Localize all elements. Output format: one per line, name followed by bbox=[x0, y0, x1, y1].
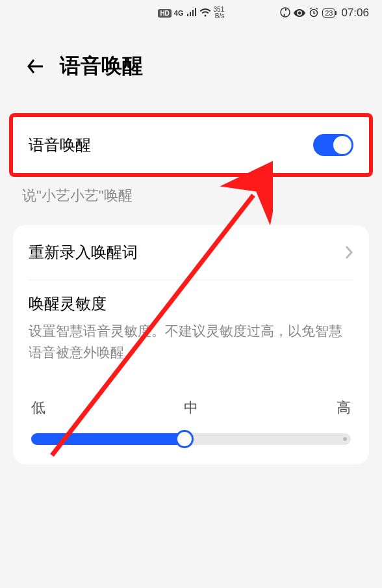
network-4g-icon: 4G bbox=[174, 9, 184, 17]
voice-wake-label: 语音唤醒 bbox=[29, 135, 91, 155]
re-record-label: 重新录入唤醒词 bbox=[29, 242, 138, 263]
alarm-icon bbox=[309, 7, 319, 20]
chevron-right-icon bbox=[344, 245, 353, 260]
slider-tick-high bbox=[343, 437, 347, 441]
sensitivity-title: 唤醒灵敏度 bbox=[29, 293, 353, 314]
battery-icon: 23 bbox=[322, 8, 335, 18]
slider-labels-row: 低 中 高 bbox=[13, 382, 369, 427]
wake-phrase-hint: 说"小艺小艺"唤醒 bbox=[0, 177, 382, 225]
page-title: 语音唤醒 bbox=[60, 52, 143, 81]
voice-wake-toggle-row[interactable]: 语音唤醒 bbox=[13, 117, 369, 173]
slider-label-high: 高 bbox=[337, 398, 351, 418]
sensitivity-section: 唤醒灵敏度 设置智慧语音灵敏度。不建议灵敏度过高，以免智慧语音被意外唤醒。 bbox=[13, 280, 369, 382]
re-record-wake-word-row[interactable]: 重新录入唤醒词 bbox=[13, 225, 369, 280]
slider-fill bbox=[31, 433, 185, 445]
sensitivity-slider[interactable] bbox=[13, 427, 369, 464]
voice-wake-switch[interactable] bbox=[313, 134, 353, 156]
sensitivity-description: 设置智慧语音灵敏度。不建议灵敏度过高，以免智慧语音被意外唤醒。 bbox=[29, 321, 353, 363]
page-header: 语音唤醒 bbox=[0, 26, 382, 100]
slider-track bbox=[31, 433, 351, 445]
slider-label-mid: 中 bbox=[184, 398, 198, 418]
back-arrow-icon[interactable] bbox=[26, 57, 44, 75]
status-bar: HD 4G 351 B/s 23 07:06 bbox=[0, 0, 382, 26]
signal-icon bbox=[186, 8, 197, 19]
hd-icon: HD bbox=[158, 9, 171, 18]
slider-label-low: 低 bbox=[31, 398, 45, 418]
highlight-annotation-box: 语音唤醒 bbox=[9, 113, 373, 177]
clock-time: 07:06 bbox=[341, 7, 369, 20]
sync-icon bbox=[280, 7, 290, 20]
slider-thumb[interactable] bbox=[175, 430, 194, 448]
wifi-icon bbox=[199, 8, 211, 19]
settings-card: 重新录入唤醒词 唤醒灵敏度 设置智慧语音灵敏度。不建议灵敏度过高，以免智慧语音被… bbox=[13, 225, 369, 464]
eye-icon bbox=[294, 8, 305, 19]
network-speed: 351 B/s bbox=[214, 7, 225, 20]
